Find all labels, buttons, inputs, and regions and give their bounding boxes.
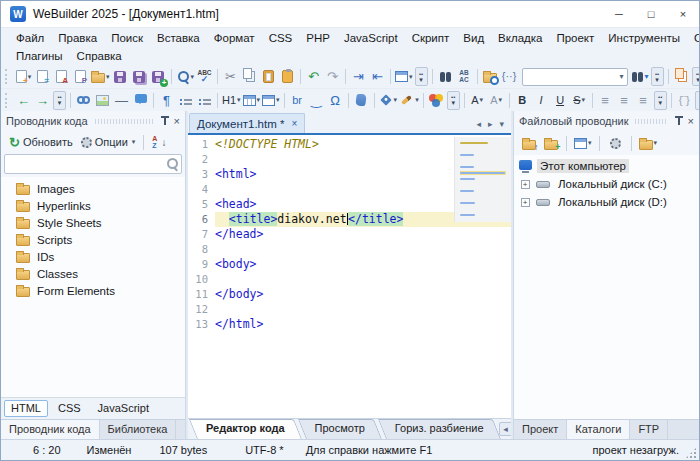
cut-button[interactable]: ✂ [221, 67, 240, 87]
insert-table-button[interactable]: ▾ [242, 90, 262, 110]
favorite-folders-button[interactable]: ▾ [638, 133, 659, 153]
code-area[interactable]: 1<!DOCTYPE HTML>23<html>45<head>6 <title… [188, 135, 511, 418]
code-tree-item[interactable]: IDs [1, 248, 185, 265]
menu-item[interactable]: JavaScript [337, 30, 405, 46]
undo-button[interactable]: ↶ [304, 67, 323, 87]
menu-item[interactable]: Вид [456, 30, 491, 46]
save-button[interactable] [111, 67, 130, 87]
clipboard-button[interactable] [278, 67, 297, 87]
menu-item[interactable]: Файл [9, 30, 51, 46]
find-next-button[interactable]: ▾ [631, 67, 650, 87]
indent-button[interactable]: ⇥ [349, 67, 368, 87]
panel-footer-tab[interactable]: FTP [630, 420, 668, 439]
menu-item[interactable]: Инструменты [601, 30, 687, 46]
menu-item[interactable]: CSS [262, 30, 300, 46]
editor-view-tab[interactable]: Просмотр [300, 419, 380, 439]
insert-tag-button[interactable]: ▾ [378, 90, 399, 110]
code-line[interactable]: 11</body> [188, 287, 511, 302]
folder-up-button[interactable]: ↑ [519, 133, 538, 153]
menu-item[interactable]: Справка [70, 48, 129, 64]
insert-image-button[interactable] [93, 90, 112, 110]
copy-button[interactable] [240, 67, 259, 87]
file-tree-item[interactable]: Этот компьютер [514, 157, 699, 175]
panel-footer-tab[interactable]: Библиотека [100, 420, 177, 439]
toolbar-more-5-button[interactable]: ••▾ [447, 91, 460, 110]
code-tree-item[interactable]: Images [1, 180, 185, 197]
code-line[interactable]: 7</head> [188, 227, 511, 242]
code-line[interactable]: 9<body> [188, 257, 511, 272]
toolbar-more-3-button[interactable]: ••▾ [692, 67, 700, 86]
panel-footer-tab[interactable]: Проводник кода [1, 420, 100, 439]
redo-button[interactable]: ↷ [323, 67, 342, 87]
font-name-button[interactable]: A▾ [468, 90, 487, 110]
menu-item[interactable]: PHP [299, 30, 337, 46]
expand-icon[interactable]: + [519, 180, 531, 189]
toolbar-grip[interactable] [5, 69, 10, 84]
expand-icon[interactable]: + [519, 198, 531, 207]
insert-paragraph-button[interactable]: ¶ [157, 90, 176, 110]
document-tab[interactable]: Документ1.htm * × [189, 113, 305, 133]
panel-layout-button[interactable]: ▾ [394, 67, 414, 87]
close-button[interactable]: × [667, 1, 699, 27]
close-tab-icon[interactable]: × [291, 119, 297, 129]
maximize-button[interactable]: □ [635, 1, 667, 27]
navigate-forward-button[interactable]: → [33, 90, 52, 110]
insert-entity-button[interactable]: Ω [326, 90, 345, 110]
code-braces-button[interactable]: {¨} [675, 90, 694, 110]
code-tree-item[interactable]: Hyperlinks [1, 197, 185, 214]
insert-nbsp-button[interactable]: ‿ [307, 90, 326, 110]
code-line[interactable]: 10 [188, 272, 511, 287]
toolbar-grip[interactable] [5, 93, 10, 108]
new-html-document-button[interactable]: A [52, 67, 71, 87]
view-mode-button[interactable]: ▾ [573, 133, 593, 153]
menu-item[interactable]: Вставка [150, 30, 207, 46]
refresh-button[interactable]: ↻ Обновить [6, 135, 76, 150]
find-button[interactable] [436, 67, 455, 87]
navigate-back-button[interactable]: ← [14, 90, 33, 110]
insert-comment-button[interactable] [131, 90, 150, 110]
new-from-template-button[interactable]: ≈ [33, 67, 52, 87]
insert-br-button[interactable]: br [288, 90, 307, 110]
replace-button[interactable]: ABAC [455, 67, 474, 87]
insert-horizontal-rule-button[interactable]: — [112, 90, 131, 110]
menu-item[interactable]: Проект [549, 30, 601, 46]
new-folder-button[interactable]: + [541, 133, 560, 153]
menu-item[interactable]: Правка [51, 30, 104, 46]
tab-scroll-right-icon[interactable]: ▸ [488, 119, 493, 129]
code-line[interactable]: 12 [188, 302, 511, 317]
open-file-button[interactable]: ▾ [90, 67, 111, 87]
quick-search-box[interactable] [522, 68, 628, 86]
color-picker-button[interactable] [427, 90, 446, 110]
tab-scroll-left-icon[interactable]: ◂ [476, 119, 481, 129]
editor-view-tab[interactable]: Редактор кода [191, 419, 300, 439]
code-tree-item[interactable]: Style Sheets [1, 214, 185, 231]
spell-check-button[interactable]: ABC [195, 67, 214, 87]
toolbar-more-4-button[interactable]: ••▾ [53, 91, 66, 110]
underline-button[interactable]: U [551, 90, 570, 110]
language-tab[interactable]: HTML [4, 400, 48, 417]
code-line[interactable]: 8 [188, 242, 511, 257]
save-all-button[interactable] [130, 67, 149, 87]
bold-button[interactable]: B [513, 90, 532, 110]
options-button[interactable]: Опции ▾ [78, 135, 139, 149]
panel-footer-tab[interactable]: Каталоги [567, 420, 630, 439]
insert-link-button[interactable] [74, 90, 93, 110]
language-tab[interactable]: JavaScript [91, 400, 156, 417]
save-as-button[interactable]: + [149, 67, 168, 87]
format-painter-button[interactable]: ▾ [398, 90, 420, 110]
explorer-options-button[interactable] [606, 133, 625, 153]
toolbar-more-7-button[interactable]: ••▾ [695, 91, 700, 110]
new-document-button[interactable]: +▾ [14, 67, 33, 87]
toolbar-more-6-button[interactable]: ••▾ [654, 91, 667, 110]
file-tree-item[interactable]: +Локальный диск (C:) [514, 175, 699, 193]
code-snippets-button[interactable]: {··} [500, 67, 519, 87]
font-size-button[interactable]: A▾ [487, 90, 506, 110]
insert-numbered-list-button[interactable] [195, 90, 214, 110]
align-center-button[interactable]: ≡ [615, 90, 634, 110]
insert-script-button[interactable] [352, 90, 371, 110]
insert-form-button[interactable]: ▾ [261, 90, 281, 110]
menu-item[interactable]: Скрипт [405, 30, 457, 46]
italic-button[interactable]: I [532, 90, 551, 110]
toolbar-more-1-button[interactable]: ••▾ [415, 67, 428, 86]
editor-view-tab[interactable]: Гориз. разбиение [380, 419, 499, 439]
